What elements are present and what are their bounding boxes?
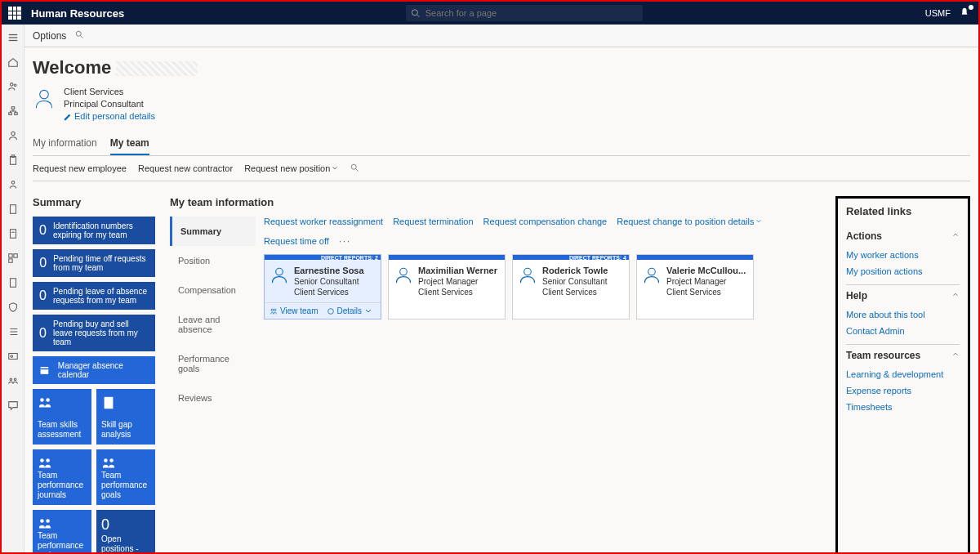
nav-person-icon[interactable] bbox=[7, 129, 20, 142]
svg-rect-19 bbox=[10, 230, 16, 239]
nav-doc3-icon[interactable] bbox=[7, 276, 20, 289]
edit-personal-details-link[interactable]: Edit personal details bbox=[64, 111, 155, 121]
request-new-employee-button[interactable]: Request new employee bbox=[33, 163, 127, 173]
request-comp-change-link[interactable]: Request compensation change bbox=[483, 217, 608, 226]
document-icon bbox=[101, 395, 150, 410]
nav-shield-icon[interactable] bbox=[7, 301, 20, 314]
svg-line-33 bbox=[81, 36, 83, 38]
related-link[interactable]: My position actions bbox=[846, 263, 960, 279]
summary-tile[interactable]: 0Pending buy and sell leave requests fro… bbox=[33, 315, 155, 351]
profile-block: Client Services Principal Consultant Edi… bbox=[33, 87, 970, 121]
nav-list-icon[interactable] bbox=[7, 325, 20, 338]
options-menu[interactable]: Options bbox=[33, 30, 66, 42]
search-input[interactable] bbox=[425, 8, 639, 18]
options-bar: Options bbox=[24, 25, 978, 47]
section-header[interactable]: Team resources bbox=[846, 350, 960, 361]
svg-point-35 bbox=[352, 164, 357, 169]
summary-square-tile[interactable]: 0Open positions - Direct reports bbox=[96, 510, 155, 552]
nav-tiles-icon[interactable] bbox=[7, 252, 20, 265]
related-link[interactable]: Timesheets bbox=[846, 399, 960, 415]
nav-contact-icon[interactable] bbox=[7, 350, 20, 363]
notification-bell-icon[interactable] bbox=[959, 7, 972, 20]
svg-point-5 bbox=[10, 83, 13, 87]
details-link[interactable]: Details bbox=[327, 306, 373, 315]
request-new-position-button[interactable]: Request new position bbox=[244, 163, 338, 173]
summary-tile[interactable]: 0Pending time off requests from my team bbox=[33, 249, 155, 277]
request-new-contractor-button[interactable]: Request new contractor bbox=[138, 163, 233, 173]
related-links-heading: Related links bbox=[846, 205, 960, 217]
tab-my-information[interactable]: My information bbox=[33, 132, 97, 155]
member-dept: Client Services bbox=[418, 287, 497, 297]
summary-tile[interactable]: 0Identification numbers expiring for my … bbox=[33, 217, 155, 244]
svg-point-46 bbox=[40, 519, 44, 523]
request-time-off-link[interactable]: Request time off bbox=[264, 236, 329, 246]
member-role: Project Manager bbox=[418, 276, 497, 287]
nav-user-icon[interactable] bbox=[7, 178, 20, 191]
subtab-compensation[interactable]: Compensation bbox=[170, 275, 256, 305]
request-termination-link[interactable]: Request termination bbox=[393, 217, 473, 226]
summary-heading: Summary bbox=[33, 196, 155, 208]
svg-point-30 bbox=[10, 378, 12, 381]
nav-people-icon[interactable] bbox=[7, 80, 20, 93]
summary-square-tile[interactable]: Skill gap analysis bbox=[96, 389, 155, 445]
nav-doc-icon[interactable] bbox=[7, 203, 20, 216]
subtab-leave-and-absence[interactable]: Leave and absence bbox=[170, 305, 256, 344]
request-reassignment-link[interactable]: Request worker reassignment bbox=[264, 217, 383, 226]
svg-rect-22 bbox=[13, 254, 16, 257]
team-member-card[interactable]: Maximilian WernerProject ManagerClient S… bbox=[388, 254, 506, 319]
summary-tile[interactable]: 0Pending leave of absence requests from … bbox=[33, 282, 155, 310]
tab-my-team[interactable]: My team bbox=[110, 132, 149, 155]
svg-point-44 bbox=[104, 458, 107, 462]
team-info-column: My team information SummaryPositionCompe… bbox=[170, 196, 821, 552]
people-icon bbox=[101, 456, 150, 471]
subtab-summary[interactable]: Summary bbox=[170, 217, 256, 246]
related-link[interactable]: Learning & development bbox=[846, 366, 960, 382]
nav-team-icon[interactable] bbox=[7, 374, 20, 387]
team-subtabs: SummaryPositionCompensationLeave and abs… bbox=[170, 217, 256, 413]
view-team-link[interactable]: View team bbox=[270, 306, 318, 315]
summary-square-tile[interactable]: Team performance journals bbox=[33, 449, 91, 505]
subtab-performance-goals[interactable]: Performance goals bbox=[170, 344, 256, 383]
app-title: Human Resources bbox=[31, 7, 124, 20]
tile-label: Manager absence calendar bbox=[58, 361, 149, 379]
more-actions-icon[interactable]: ··· bbox=[339, 236, 351, 246]
svg-point-32 bbox=[77, 31, 82, 36]
summary-square-tile[interactable]: Team skills assessment bbox=[33, 389, 91, 445]
related-link[interactable]: Contact Admin bbox=[846, 323, 960, 339]
team-member-card[interactable]: DIRECT REPORTS: 2Earnestine SosaSenior C… bbox=[264, 254, 381, 319]
toolbar-search-icon[interactable] bbox=[350, 163, 359, 174]
subtab-reviews[interactable]: Reviews bbox=[170, 383, 256, 413]
chevron-up-icon bbox=[951, 350, 960, 358]
svg-rect-18 bbox=[10, 205, 16, 214]
tile-label: Pending time off requests from my team bbox=[53, 254, 149, 272]
svg-point-0 bbox=[412, 10, 418, 16]
summary-square-tile[interactable]: Team performance goals bbox=[96, 449, 155, 505]
nav-doc2-icon[interactable] bbox=[7, 227, 20, 240]
related-link[interactable]: My worker actions bbox=[846, 247, 960, 263]
svg-point-39 bbox=[40, 398, 44, 402]
nav-home-icon[interactable] bbox=[7, 56, 20, 69]
hamburger-icon[interactable] bbox=[7, 31, 20, 44]
nav-clipboard-icon[interactable] bbox=[7, 154, 20, 167]
company-code[interactable]: USMF bbox=[925, 8, 951, 18]
options-search-icon[interactable] bbox=[74, 29, 84, 42]
section-header[interactable]: Actions bbox=[846, 230, 960, 242]
app-launcher-icon[interactable] bbox=[8, 7, 21, 20]
summary-square-tile[interactable]: Team performance reviews bbox=[33, 510, 91, 552]
related-link[interactable]: More about this tool bbox=[846, 306, 960, 323]
team-member-card[interactable]: Valerie McCullou...Project ManagerClient… bbox=[636, 254, 754, 319]
search-icon bbox=[411, 8, 420, 18]
nav-org-icon[interactable] bbox=[7, 105, 20, 118]
svg-rect-23 bbox=[8, 259, 11, 262]
nav-feedback-icon[interactable] bbox=[7, 399, 20, 412]
team-member-card[interactable]: DIRECT REPORTS: 4Roderick TowleSenior Co… bbox=[512, 254, 630, 319]
svg-point-51 bbox=[327, 309, 333, 315]
avatar-icon bbox=[270, 265, 289, 297]
request-position-change-link[interactable]: Request change to position details bbox=[617, 217, 762, 226]
manager-absence-calendar-tile[interactable]: Manager absence calendar bbox=[33, 356, 155, 384]
avatar-icon bbox=[642, 265, 662, 297]
global-search[interactable] bbox=[406, 5, 643, 21]
related-link[interactable]: Expense reports bbox=[846, 382, 960, 399]
section-header[interactable]: Help bbox=[846, 290, 960, 302]
subtab-position[interactable]: Position bbox=[170, 246, 256, 275]
